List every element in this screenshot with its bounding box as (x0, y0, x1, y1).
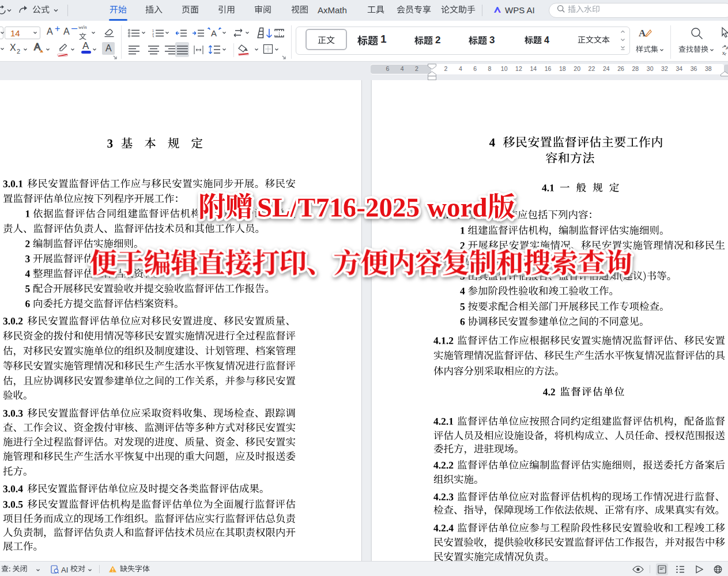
svg-text:3: 3 (152, 35, 154, 38)
svg-text:A: A (726, 46, 728, 51)
